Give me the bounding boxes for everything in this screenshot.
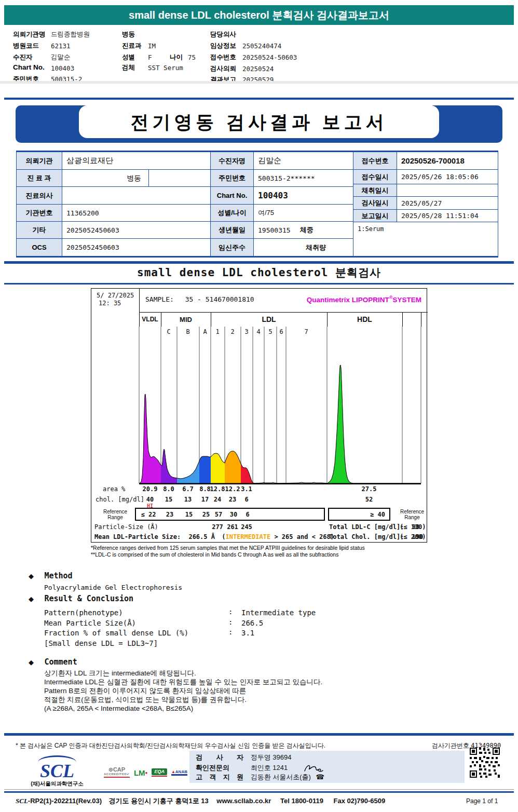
staff-label: 확인전문의 (196, 763, 243, 773)
table-value: 삼광의료재단 (62, 152, 210, 169)
result-row-value: 266.5 (241, 619, 263, 627)
mean-note-post: > 265 and < 268) (270, 533, 334, 540)
chart-divider (139, 289, 140, 312)
scl-wordmark: SCL (23, 762, 91, 780)
sub-band-row: CBA1234567 (91, 328, 428, 337)
result-row-label: Pattern(phenotype) (44, 608, 123, 617)
staff-label: 검 사 자 (196, 753, 243, 762)
table-value: 채취량 (253, 238, 353, 256)
chol-row-label: chol. [mg/dl] (96, 496, 144, 503)
reference-box-main: ≤ 2223152557306 (135, 508, 325, 521)
weight-label: 체중 (300, 225, 313, 235)
comment-heading: Comment (44, 657, 77, 667)
staff-value: 최인호 1241 (251, 764, 288, 772)
table-label: Chart No. (210, 186, 253, 204)
scl-subtitle: (재)서울의과학연구소 (23, 780, 91, 788)
eqa-logo: EQA (152, 768, 167, 777)
ref-value: 57 (215, 511, 222, 518)
cert-logos: ⊛CAP ACCREDITED✔ LM● EQA ▲ANAB (104, 767, 187, 778)
chart-footnote-2: **LDL-C is comprised of the sum of chole… (91, 551, 338, 558)
banner-plate: 전기영동 검사결과 보고서 (79, 105, 439, 138)
sample-line: SAMPLE: 35 - 514670001810 (145, 295, 254, 303)
curve-outline (139, 365, 421, 483)
lab-report-page: small dense LDL cholesterol 분획검사 검사결과보고서… (0, 0, 518, 812)
method-section: ◆ Method (29, 571, 73, 580)
colon: : (228, 607, 233, 616)
table-label: 기타 (17, 221, 62, 238)
tel: Tel 1800-0119 (280, 797, 323, 805)
chart-footnote-1: *Reference ranges derived from 125 serum… (91, 545, 365, 551)
band-divider (139, 312, 140, 327)
result-row-label: Fraction % of small dense LDL (%) (44, 629, 188, 637)
table-value: 병동 (62, 169, 210, 186)
reference-label-line2: Range (398, 515, 427, 520)
table-value (397, 184, 498, 196)
table-label: 수진자명 (210, 152, 253, 169)
table-value: 19500315 체중 (253, 221, 353, 238)
chol-value: 40 (146, 496, 154, 503)
table-value: 김말순 (253, 152, 353, 169)
plot-baseline (139, 483, 421, 485)
table-label: 접수일시 (353, 169, 397, 184)
chol-value: 24 (214, 496, 221, 503)
ref-value: 30 (230, 511, 237, 518)
document-footer-line: SCL-RP2(1)-202211(Rev.03) 경기도 용인시 기흥구 흥덕… (16, 796, 385, 806)
electrophoresis-plot (91, 327, 428, 484)
band-header-hdl: HDL (327, 312, 402, 327)
sub-band-label: B (186, 328, 189, 335)
particle-row-label: Particle-Size (Å) (94, 523, 158, 531)
brand-name: Quantimetrix LIPOPRINT (307, 296, 389, 304)
colon: : (228, 618, 233, 626)
particle-size-row: Particle-Size (Å) Total LDL-C [mg/dl]: 9… (91, 523, 428, 533)
rule-footer (4, 733, 514, 736)
ref-value: 23 (166, 511, 173, 518)
rule-top (4, 98, 514, 100)
total-ldl-ref: (≤ 130) (400, 523, 426, 531)
band-divider (327, 312, 328, 327)
area-value: 3.1 (241, 485, 252, 493)
mean-size-label: Mean LDL-Particle Size: (94, 533, 181, 540)
comment-line: Pattern B로의 전환이 이루어지지 않도록 환자의 임상상태에 따른 (44, 686, 246, 695)
field-value: 20250524 (242, 65, 274, 73)
field-label: 나이 (170, 53, 183, 61)
lipoprint-chart: 5/ 27/2025 12: 35 SAMPLE: 35 - 514670001… (91, 288, 427, 543)
staff-box: 검 사 자 정두영 39694 확인전문의 최인호 1241 고 객 지 원 김… (189, 751, 465, 783)
chart-time: 12: 35 (97, 300, 134, 307)
band-divider (402, 312, 403, 327)
anab-logo: ▲ANAB (171, 769, 187, 776)
staff-label: 고 객 지 원 (196, 773, 243, 782)
sub-band-label: 2 (230, 328, 234, 335)
field-label: 접수번호 (210, 53, 236, 61)
field-value: 20250524-50603 (242, 53, 297, 61)
reference-range-label-left: Reference Range (96, 509, 135, 520)
sub-band-label: 3 (244, 328, 248, 335)
total-chol-label: Total Chol. [mg/dl]: (329, 533, 404, 540)
result-section: ◆ Result & Conclusion (29, 594, 133, 603)
diamond-bullet-icon: ◆ (29, 572, 34, 580)
rule-section-top (4, 261, 514, 264)
table-label: 진 료 과 (17, 169, 62, 186)
table-label: 검사일시 (353, 196, 397, 209)
table-label: 생년월일 (210, 221, 253, 238)
website: www.scllab.co.kr (216, 797, 271, 805)
area-value: 27.5 (362, 485, 377, 493)
result-row-value: Intermediate type (241, 608, 316, 617)
ref-value: 15 (185, 511, 193, 518)
field-label: 진료과 (122, 42, 142, 49)
band-divider (161, 312, 161, 327)
mean-size-value: 266.5 Å (188, 533, 215, 540)
lipoprint-brand-logo: Quantimetrix LIPOPRINT®SYSTEM (307, 295, 421, 304)
area-value: 6.7 (182, 485, 194, 493)
certification-line: * 본 검사실은 CAP 인증과 대한진단검사의학회/진단검사의학재단의 우수검… (16, 741, 325, 750)
ref-value: 6 (246, 511, 249, 518)
result-row-value: 3.1 (241, 629, 254, 637)
comment-line: 상기환자 LDL 크기는 intermediate에 해당됩니다. (44, 669, 196, 678)
comment-line: Intermediate LDL은 심혈관 질환에 대한 위험도를 높일 수 있… (44, 678, 322, 686)
chol-value: 13 (184, 496, 192, 503)
table-value: 2025/05/26 18:05:06 (397, 169, 498, 184)
band-header-vldl: VLDL (139, 312, 161, 327)
sample-value: 35 - 514670001810 (185, 295, 254, 303)
ref-value-hdl: ≥ 40 (370, 511, 385, 518)
plot-gridlines (139, 327, 421, 483)
field-value: 2505240474 (242, 42, 281, 50)
